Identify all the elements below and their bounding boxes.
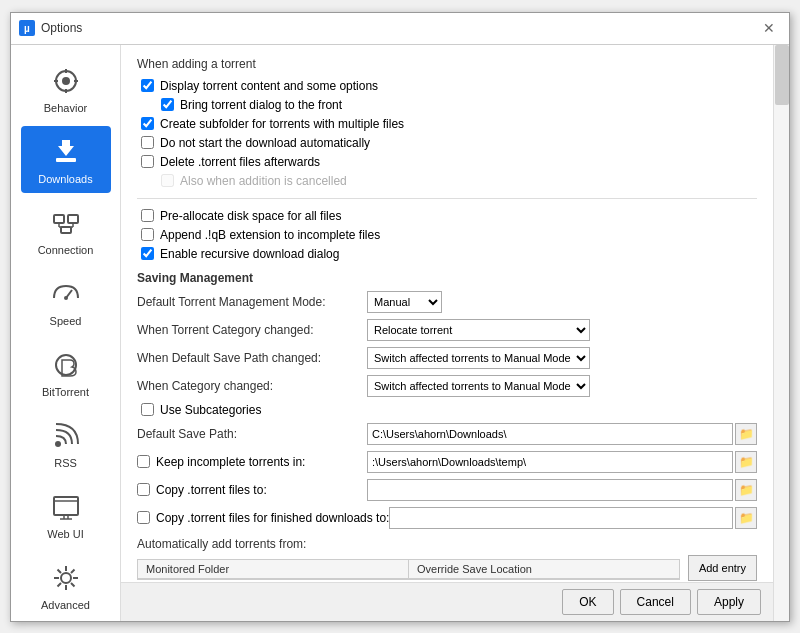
saving-management-title: Saving Management — [137, 271, 757, 285]
copy-finished-browse-btn[interactable]: 📁 — [735, 507, 757, 529]
incomplete-path-input[interactable] — [367, 451, 733, 473]
close-button[interactable]: ✕ — [757, 16, 781, 40]
form-row-torrent-category: When Torrent Category changed: Relocate … — [137, 319, 757, 341]
monitored-table-row: Monitored Folder Override Save Location … — [137, 555, 757, 581]
cancel-button[interactable]: Cancel — [620, 589, 691, 615]
svg-point-24 — [61, 573, 71, 583]
default-mode-select[interactable]: Manual Automatic — [367, 291, 442, 313]
path-row-copy-finished: Copy .torrent files for finished downloa… — [137, 507, 757, 529]
webui-icon — [48, 489, 84, 525]
cb-append-iqb[interactable] — [141, 228, 154, 241]
cb-create-subfolder-label: Create subfolder for torrents with multi… — [160, 117, 404, 131]
sidebar-item-connection[interactable]: Connection — [21, 197, 111, 264]
cb-delete-torrent-label: Delete .torrent files afterwards — [160, 155, 320, 169]
checkbox-bring-front[interactable]: Bring torrent dialog to the front — [137, 98, 757, 112]
checkbox-no-start[interactable]: Do not start the download automatically — [137, 136, 757, 150]
checkbox-prealloc[interactable]: Pre-allocate disk space for all files — [137, 209, 757, 223]
cb-bring-front-label: Bring torrent dialog to the front — [180, 98, 342, 112]
cb-also-cancelled[interactable] — [161, 174, 174, 187]
checkbox-recursive[interactable]: Enable recursive download dialog — [137, 247, 757, 261]
cb-create-subfolder[interactable] — [141, 117, 154, 130]
sidebar: Behavior Downloads — [11, 45, 121, 621]
sidebar-speed-label: Speed — [50, 315, 82, 327]
cb-no-start[interactable] — [141, 136, 154, 149]
sidebar-item-speed[interactable]: Speed — [21, 268, 111, 335]
svg-point-17 — [56, 355, 76, 375]
svg-rect-9 — [68, 215, 78, 223]
cb-prealloc[interactable] — [141, 209, 154, 222]
sidebar-item-bittorrent[interactable]: BitTorrent — [21, 339, 111, 406]
scrollbar[interactable] — [773, 45, 789, 621]
sidebar-downloads-label: Downloads — [38, 173, 92, 185]
sidebar-item-behavior[interactable]: Behavior — [21, 55, 111, 122]
sidebar-rss-label: RSS — [54, 457, 77, 469]
form-row-category-changed: When Category changed: Switch affected t… — [137, 375, 757, 397]
advanced-icon — [48, 560, 84, 596]
default-save-select[interactable]: Switch affected torrents to Manual Mode … — [367, 347, 590, 369]
save-path-label: Default Save Path: — [137, 427, 367, 441]
cb-incomplete-label: Keep incomplete torrents in: — [156, 455, 305, 469]
sidebar-item-downloads[interactable]: Downloads — [21, 126, 111, 193]
save-path-input[interactable] — [367, 423, 733, 445]
default-mode-label: Default Torrent Management Mode: — [137, 295, 367, 309]
svg-point-16 — [64, 296, 68, 300]
category-changed-select[interactable]: Switch affected torrents to Manual Mode … — [367, 375, 590, 397]
ok-button[interactable]: OK — [562, 589, 613, 615]
cb-recursive[interactable] — [141, 247, 154, 260]
sidebar-connection-label: Connection — [38, 244, 94, 256]
checkbox-append-iqb[interactable]: Append .!qB extension to incomplete file… — [137, 228, 757, 242]
path-row-copy-torrent: Copy .torrent files to: 📁 — [137, 479, 757, 501]
downloads-icon — [48, 134, 84, 170]
checkbox-subcategories[interactable]: Use Subcategories — [137, 403, 757, 417]
cb-prealloc-label: Pre-allocate disk space for all files — [160, 209, 341, 223]
content-area-wrapper: When adding a torrent Display torrent co… — [121, 45, 789, 621]
window-title: Options — [41, 21, 757, 35]
torrent-category-select[interactable]: Relocate torrent Switch affected torrent… — [367, 319, 590, 341]
sidebar-item-webui[interactable]: Web UI — [21, 481, 111, 548]
cb-copy-torrent[interactable] — [137, 483, 150, 496]
apply-button[interactable]: Apply — [697, 589, 761, 615]
cb-display-content-label: Display torrent content and some options — [160, 79, 378, 93]
copy-finished-input[interactable] — [389, 507, 733, 529]
checkbox-also-cancelled[interactable]: Also when addition is cancelled — [137, 174, 757, 188]
behavior-icon — [48, 63, 84, 99]
monitored-table: Monitored Folder Override Save Location — [137, 559, 680, 580]
svg-point-18 — [55, 441, 61, 447]
connection-icon — [48, 205, 84, 241]
sidebar-advanced-label: Advanced — [41, 599, 90, 611]
checkbox-create-subfolder[interactable]: Create subfolder for torrents with multi… — [137, 117, 757, 131]
rss-icon — [48, 418, 84, 454]
speed-icon — [48, 276, 84, 312]
sidebar-item-advanced[interactable]: Advanced — [21, 552, 111, 619]
checkbox-display-content[interactable]: Display torrent content and some options — [137, 79, 757, 93]
save-path-browse-btn[interactable]: 📁 — [735, 423, 757, 445]
cb-incomplete[interactable] — [137, 455, 150, 468]
category-changed-label: When Category changed: — [137, 379, 367, 393]
sidebar-webui-label: Web UI — [47, 528, 83, 540]
divider1 — [137, 198, 757, 199]
svg-point-1 — [62, 77, 70, 85]
auto-add-title: Automatically add torrents from: — [137, 537, 306, 551]
path-row-save: Default Save Path: 📁 — [137, 423, 757, 445]
incomplete-browse-btn[interactable]: 📁 — [735, 451, 757, 473]
content-scroll-area[interactable]: When adding a torrent Display torrent co… — [121, 45, 773, 582]
bottom-bar: OK Cancel Apply — [121, 582, 773, 621]
cb-bring-front[interactable] — [161, 98, 174, 111]
torrent-category-label: When Torrent Category changed: — [137, 323, 367, 337]
cb-copy-finished-label: Copy .torrent files for finished downloa… — [156, 511, 389, 525]
scrollbar-thumb[interactable] — [775, 45, 789, 105]
sidebar-item-rss[interactable]: RSS — [21, 410, 111, 477]
cb-delete-torrent[interactable] — [141, 155, 154, 168]
add-entry-button[interactable]: Add entry — [688, 555, 757, 581]
copy-torrent-browse-btn[interactable]: 📁 — [735, 479, 757, 501]
checkbox-delete-torrent[interactable]: Delete .torrent files afterwards — [137, 155, 757, 169]
cb-display-content[interactable] — [141, 79, 154, 92]
svg-rect-10 — [61, 227, 71, 233]
copy-torrent-input[interactable] — [367, 479, 733, 501]
cb-copy-finished[interactable] — [137, 511, 150, 524]
default-save-label: When Default Save Path changed: — [137, 351, 367, 365]
cb-subcategories[interactable] — [141, 403, 154, 416]
svg-rect-8 — [54, 215, 64, 223]
title-bar: µ Options ✕ — [11, 13, 789, 45]
options-window: µ Options ✕ Behavior — [10, 12, 790, 622]
